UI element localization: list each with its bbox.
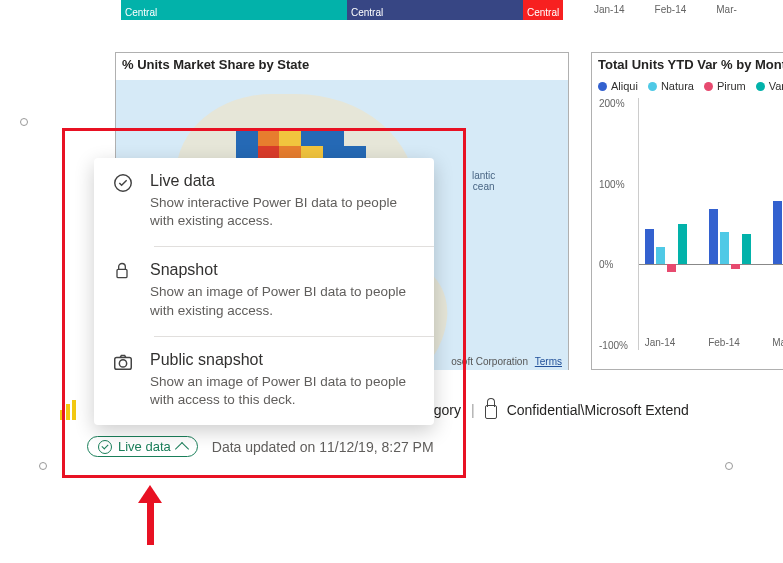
menu-item-live-data[interactable]: Live data Show interactive Power BI data…: [94, 158, 434, 246]
y-tick: 200%: [599, 98, 625, 109]
bar-aliqui: [709, 209, 718, 264]
bar-pirum: [731, 264, 740, 269]
bar-vanars: [742, 234, 751, 264]
legend-bar-central-3: Central: [523, 0, 563, 20]
top-xaxis-tick: Feb-14: [655, 4, 687, 15]
map-label-atlantic: lantic cean: [472, 170, 495, 192]
bar-pirum: [667, 264, 676, 272]
top-xaxis-tick: Jan-14: [594, 4, 625, 15]
camera-icon: [112, 351, 136, 409]
menu-item-title: Public snapshot: [150, 351, 416, 369]
selection-handle[interactable]: [39, 462, 47, 470]
top-legend-bars: Central Central Central: [121, 0, 563, 20]
chart-panel-title: Total Units YTD Var % by Mont: [592, 53, 783, 80]
annotation-arrow: [138, 485, 162, 545]
selection-handle[interactable]: [725, 462, 733, 470]
bar-natura: [720, 232, 729, 265]
data-updated-text: Data updated on 11/12/19, 8:27 PM: [212, 439, 434, 455]
menu-item-snapshot[interactable]: Snapshot Show an image of Power BI data …: [94, 247, 434, 335]
svg-point-3: [119, 360, 126, 367]
legend-label: Aliqui: [611, 80, 638, 92]
legend-dot-vanars: [756, 82, 765, 91]
view-mode-label: Live data: [118, 439, 171, 454]
menu-item-title: Snapshot: [150, 261, 416, 279]
map-panel-title: % Units Market Share by State: [116, 53, 568, 80]
bar-vanars: [678, 224, 687, 264]
menu-item-public-snapshot[interactable]: Public snapshot Show an image of Power B…: [94, 337, 434, 425]
bar-natura: [656, 247, 665, 265]
top-xaxis-tick: Mar-: [716, 4, 737, 15]
svg-rect-1: [117, 270, 127, 278]
powerbi-logo-icon: [60, 400, 76, 420]
selection-handle[interactable]: [20, 118, 28, 126]
top-mini-xaxis: Jan-14 Feb-14 Mar-: [594, 4, 737, 15]
y-tick: 100%: [599, 178, 625, 189]
legend-dot-natura: [648, 82, 657, 91]
y-tick: 0%: [599, 259, 613, 270]
bar-aliqui: [773, 201, 782, 264]
legend-dot-pirum: [704, 82, 713, 91]
map-attribution: osoft Corporation Terms: [451, 356, 562, 367]
sensitivity-label: Confidential\Microsoft Extend: [507, 402, 689, 418]
menu-item-title: Live data: [150, 172, 416, 190]
menu-item-desc: Show an image of Power BI data to people…: [150, 373, 416, 409]
map-terms-link[interactable]: Terms: [535, 356, 562, 367]
legend-label: Natura: [661, 80, 694, 92]
status-row: Live data Data updated on 11/12/19, 8:27…: [87, 436, 434, 457]
chart-panel: Total Units YTD Var % by Mont Aliqui Nat…: [591, 52, 783, 370]
lock-icon: [112, 261, 136, 319]
y-tick: -100%: [599, 339, 628, 350]
view-mode-pill[interactable]: Live data: [87, 436, 198, 457]
view-mode-menu: Live data Show interactive Power BI data…: [94, 158, 434, 425]
check-circle-icon: [98, 440, 112, 454]
x-tick: Jan-14: [635, 337, 685, 348]
legend-dot-aliqui: [598, 82, 607, 91]
map-credit-text: osoft Corporation: [451, 356, 528, 367]
legend-bar-central-2: Central: [347, 0, 523, 20]
menu-item-desc: Show an image of Power BI data to people…: [150, 283, 416, 319]
bar-aliqui: [645, 229, 654, 264]
legend-label: VanAr: [769, 80, 783, 92]
arrow-shaft: [147, 499, 154, 545]
check-circle-icon: [112, 172, 136, 230]
chevron-up-icon: [175, 441, 189, 455]
menu-item-desc: Show interactive Power BI data to people…: [150, 194, 416, 230]
footer-divider: |: [471, 402, 475, 418]
chart-plot-area[interactable]: 200% 100% 0% -100%: [638, 98, 783, 350]
legend-bar-central-1: Central: [121, 0, 347, 20]
x-tick: Mar-14: [763, 337, 783, 348]
lock-icon: [485, 405, 497, 419]
legend-label: Pirum: [717, 80, 746, 92]
x-tick: Feb-14: [699, 337, 749, 348]
chart-legend: Aliqui Natura Pirum VanAr: [592, 80, 783, 98]
